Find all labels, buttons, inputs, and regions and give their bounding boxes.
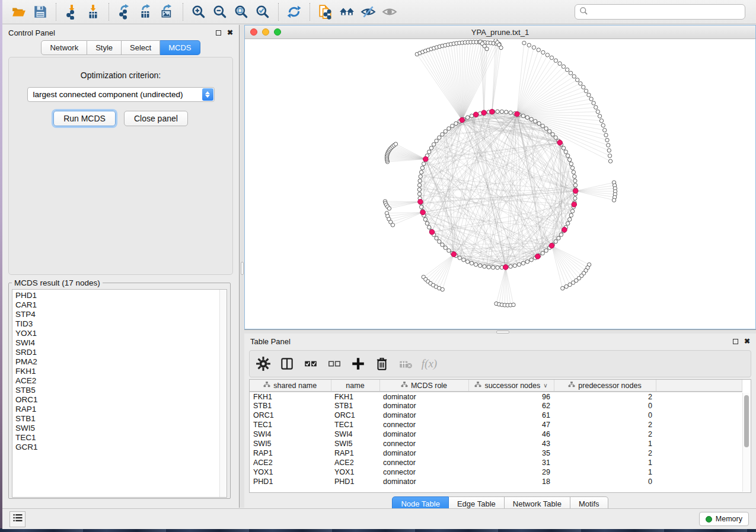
network-node[interactable] — [561, 286, 564, 290]
delete-icon[interactable] — [374, 356, 390, 371]
network-node[interactable] — [550, 56, 553, 59]
network-node[interactable] — [435, 236, 438, 240]
show-all-icon[interactable] — [379, 2, 400, 21]
network-node[interactable] — [470, 114, 473, 117]
mcds-hub-node[interactable] — [572, 202, 577, 207]
task-history-button[interactable] — [9, 511, 25, 527]
export-image-icon[interactable] — [157, 2, 177, 21]
network-node[interactable] — [546, 53, 549, 57]
network-node[interactable] — [444, 246, 447, 249]
memory-button[interactable]: Memory — [699, 512, 749, 526]
network-node[interactable] — [575, 78, 579, 82]
export-network-icon[interactable] — [114, 2, 135, 21]
mcds-hub-node[interactable] — [460, 117, 465, 123]
close-panel-icon[interactable]: ✖ — [227, 29, 233, 36]
network-node[interactable] — [601, 123, 605, 127]
import-table-icon[interactable] — [83, 2, 103, 21]
search-input[interactable] — [588, 8, 741, 17]
network-node[interactable] — [522, 41, 526, 44]
network-node[interactable] — [566, 154, 569, 158]
network-node[interactable] — [567, 217, 571, 221]
open-folder-icon[interactable] — [9, 2, 29, 21]
network-node[interactable] — [529, 117, 533, 121]
network-node[interactable] — [417, 192, 421, 196]
network-node[interactable] — [521, 261, 525, 265]
network-node[interactable] — [499, 46, 503, 49]
tab-style[interactable]: Style — [87, 40, 122, 55]
horizontal-splitter[interactable] — [244, 329, 756, 334]
table-row[interactable]: SWI5SWI5connector431 — [250, 439, 742, 448]
network-node[interactable] — [451, 124, 454, 127]
columns-icon[interactable] — [279, 356, 295, 371]
mcds-hub-node[interactable] — [535, 254, 541, 259]
table-row[interactable]: PHD1PHD1dominator180 — [250, 477, 742, 486]
mcds-result-item[interactable]: RAP1 — [15, 405, 227, 414]
network-node[interactable] — [491, 265, 495, 269]
network-node[interactable] — [512, 303, 515, 306]
network-node[interactable] — [423, 217, 427, 221]
network-node[interactable] — [607, 143, 610, 147]
network-node[interactable] — [558, 62, 562, 65]
mcds-hub-node[interactable] — [557, 140, 563, 145]
network-node[interactable] — [391, 223, 394, 227]
network-node[interactable] — [554, 240, 557, 243]
network-node[interactable] — [419, 175, 422, 178]
network-node[interactable] — [420, 166, 424, 169]
refresh-icon[interactable] — [284, 2, 304, 21]
network-node[interactable] — [557, 236, 560, 240]
zoom-in-icon[interactable] — [189, 2, 209, 21]
first-neighbors-icon[interactable] — [337, 2, 357, 21]
network-node[interactable] — [496, 110, 499, 113]
network-node[interactable] — [419, 205, 423, 209]
network-node[interactable] — [454, 121, 458, 125]
mcds-hub-node[interactable] — [562, 227, 567, 233]
mcds-result-item[interactable]: SWI5 — [15, 424, 227, 433]
network-node[interactable] — [525, 116, 529, 119]
network-node[interactable] — [529, 258, 533, 261]
network-node[interactable] — [444, 130, 447, 133]
mcds-hub-node[interactable] — [481, 110, 487, 116]
network-node[interactable] — [500, 110, 503, 113]
mcds-result-item[interactable]: YOX1 — [15, 329, 227, 338]
search-box[interactable] — [575, 4, 745, 20]
network-node[interactable] — [599, 119, 603, 123]
run-mcds-button[interactable]: Run MCDS — [53, 111, 116, 126]
network-node[interactable] — [496, 265, 499, 269]
network-node[interactable] — [532, 46, 535, 49]
network-node[interactable] — [562, 146, 565, 150]
mcds-result-item[interactable]: TEC1 — [15, 433, 227, 443]
network-node[interactable] — [517, 262, 521, 266]
network-node[interactable] — [568, 283, 572, 286]
mcds-hub-node[interactable] — [549, 243, 554, 248]
network-node[interactable] — [479, 264, 482, 267]
network-node[interactable] — [428, 150, 431, 153]
tab-network[interactable]: Network — [41, 40, 87, 55]
mcds-hub-node[interactable] — [418, 199, 423, 204]
float-panel-icon[interactable] — [216, 30, 221, 36]
network-node[interactable] — [462, 258, 465, 261]
network-node[interactable] — [569, 162, 573, 165]
table-scrollbar[interactable] — [742, 393, 750, 492]
network-node[interactable] — [570, 209, 574, 213]
network-node[interactable] — [419, 170, 423, 174]
column-header-name[interactable]: name — [331, 380, 379, 392]
mcds-hub-node[interactable] — [490, 109, 495, 114]
network-node[interactable] — [509, 265, 512, 268]
network-node[interactable] — [470, 261, 473, 265]
network-node[interactable] — [441, 287, 444, 291]
network-node[interactable] — [567, 158, 571, 161]
network-node[interactable] — [505, 110, 508, 114]
network-node[interactable] — [438, 240, 441, 243]
network-node[interactable] — [527, 43, 531, 47]
criterion-select[interactable]: largest connected component (undirected) — [27, 87, 215, 102]
network-node[interactable] — [608, 154, 611, 158]
tab-mcds[interactable]: MCDS — [160, 40, 200, 55]
network-node[interactable] — [565, 68, 569, 72]
column-header-successor-nodes[interactable]: successor nodes∨ — [468, 380, 554, 392]
network-node[interactable] — [435, 139, 438, 143]
network-window-titlebar[interactable]: YPA_prune.txt_1 — [245, 25, 755, 39]
network-node[interactable] — [483, 265, 486, 268]
mcds-hub-node[interactable] — [503, 265, 508, 270]
add-icon[interactable] — [350, 356, 366, 371]
network-node[interactable] — [428, 225, 431, 229]
